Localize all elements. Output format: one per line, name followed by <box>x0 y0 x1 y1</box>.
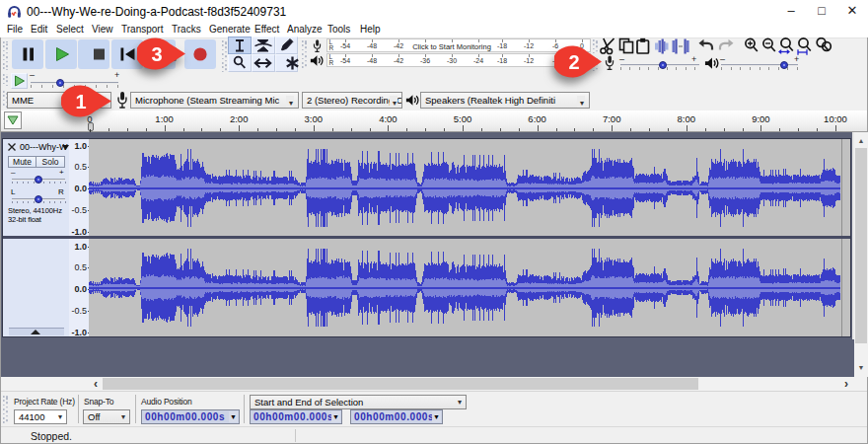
svg-text:1: 1 <box>75 91 86 112</box>
svg-text:3: 3 <box>151 43 162 65</box>
svg-text:2: 2 <box>568 51 579 73</box>
